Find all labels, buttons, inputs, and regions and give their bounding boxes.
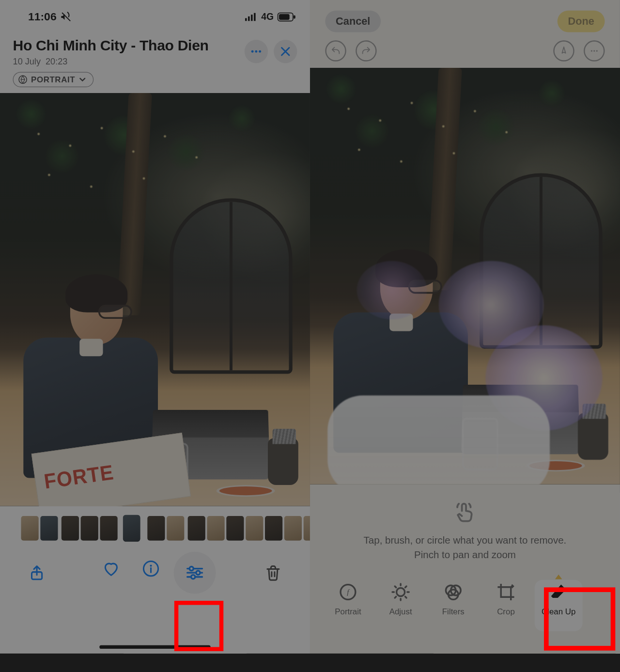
hint-line-2: Pinch to pan and zoom <box>333 548 596 563</box>
datetime-subtitle: 10 July 20:23 <box>13 56 209 66</box>
thumbnail[interactable] <box>188 516 205 541</box>
thumbnail[interactable] <box>62 516 79 541</box>
undo-button[interactable] <box>325 40 346 61</box>
svg-rect-2 <box>251 15 253 21</box>
photo-header: Ho Chi Minh City - Thao Dien 10 July 20:… <box>0 31 310 93</box>
more-options-button[interactable] <box>245 40 268 63</box>
portrait-badge[interactable]: PORTRAIT <box>13 72 93 87</box>
svg-rect-3 <box>254 13 256 21</box>
tap-gesture-icon <box>453 500 478 527</box>
share-button[interactable] <box>20 556 54 590</box>
tool-portrait[interactable]: f Portrait <box>324 580 372 631</box>
info-button[interactable] <box>134 552 168 586</box>
photo-toolbar <box>0 548 310 594</box>
thumbnail-selected[interactable] <box>123 515 140 542</box>
svg-point-22 <box>397 588 405 596</box>
svg-rect-5 <box>279 14 290 20</box>
trash-icon <box>264 564 282 581</box>
adjust-icon <box>391 582 411 602</box>
done-button[interactable]: Done <box>558 10 605 32</box>
crop-icon <box>496 582 516 602</box>
heart-icon <box>102 560 120 578</box>
photo-main[interactable] <box>0 93 310 506</box>
svg-point-8 <box>251 50 254 53</box>
chevron-down-icon <box>78 76 85 83</box>
thumbnail-strip[interactable] <box>0 506 310 548</box>
signal-icon <box>245 13 258 21</box>
cleanup-selection <box>327 395 550 484</box>
carrier-label: 4G <box>261 12 274 22</box>
sliders-icon <box>185 563 205 583</box>
svg-point-19 <box>596 50 598 51</box>
eraser-icon <box>549 582 569 602</box>
status-bar: 11:06 4G <box>0 0 310 31</box>
thumbnail[interactable] <box>40 516 58 541</box>
markup-icon <box>558 46 569 56</box>
redo-button[interactable] <box>356 40 376 61</box>
undo-icon <box>330 46 341 56</box>
svg-point-13 <box>150 565 152 567</box>
status-time: 11:06 <box>28 11 57 24</box>
svg-point-16 <box>191 575 195 579</box>
photos-detail-view: 11:06 4G Ho Chi Minh City - Thao Dien 10… <box>0 0 310 654</box>
thumbnail[interactable] <box>81 516 98 541</box>
thumbnail[interactable] <box>304 516 310 541</box>
aperture-icon: f <box>338 582 358 602</box>
close-icon <box>279 45 292 58</box>
ellipsis-icon <box>250 45 263 58</box>
filters-icon <box>443 582 463 602</box>
aperture-icon <box>18 75 27 84</box>
photo-edit-cleanup-view: Cancel Done <box>310 0 620 654</box>
edit-tools-bar: f Portrait Adjust Filters Crop Clean Up <box>310 568 620 631</box>
svg-point-9 <box>255 50 257 53</box>
share-icon <box>28 564 46 581</box>
more-button[interactable] <box>584 40 604 61</box>
svg-point-17 <box>591 50 592 51</box>
svg-rect-6 <box>294 15 295 18</box>
markup-button[interactable] <box>553 40 574 61</box>
thumbnail[interactable] <box>147 516 165 541</box>
photo-edit-canvas[interactable] <box>310 68 620 484</box>
ellipsis-icon <box>589 46 600 56</box>
thumbnail[interactable] <box>207 516 224 541</box>
battery-icon <box>277 12 296 21</box>
thumbnail[interactable] <box>246 516 263 541</box>
svg-point-14 <box>189 566 193 570</box>
thumbnail[interactable] <box>100 516 117 541</box>
svg-point-18 <box>593 50 595 51</box>
cleanup-hint: Tap, brush, or circle what you want to r… <box>310 484 620 568</box>
thumbnail[interactable] <box>284 516 302 541</box>
thumbnail[interactable] <box>265 516 282 541</box>
svg-rect-0 <box>245 18 247 21</box>
thumbnail[interactable] <box>226 516 244 541</box>
edit-button[interactable] <box>174 552 216 594</box>
annotation-highlight-edit <box>174 601 223 651</box>
thumbnail[interactable] <box>21 516 38 541</box>
redo-icon <box>361 46 372 56</box>
svg-point-15 <box>196 571 200 575</box>
close-button[interactable] <box>274 40 297 63</box>
tool-cleanup[interactable]: Clean Up <box>535 580 583 631</box>
location-title: Ho Chi Minh City - Thao Dien <box>13 36 209 54</box>
thumbnail[interactable] <box>167 516 184 541</box>
info-icon <box>142 560 159 578</box>
tool-adjust[interactable]: Adjust <box>377 580 425 631</box>
tool-crop[interactable]: Crop <box>482 580 530 631</box>
edit-sub-bar <box>310 37 620 68</box>
svg-text:f: f <box>347 588 350 596</box>
cancel-button[interactable]: Cancel <box>325 10 381 32</box>
edit-top-bar: Cancel Done <box>310 0 620 37</box>
hint-line-1: Tap, brush, or circle what you want to r… <box>333 533 596 548</box>
cleanup-selection <box>357 261 427 320</box>
delete-button[interactable] <box>256 556 290 590</box>
favorite-button[interactable] <box>94 552 128 586</box>
tool-filters[interactable]: Filters <box>429 580 477 631</box>
silent-icon <box>60 11 72 23</box>
svg-rect-1 <box>248 16 250 21</box>
home-indicator[interactable] <box>99 645 210 649</box>
svg-point-10 <box>259 50 261 53</box>
